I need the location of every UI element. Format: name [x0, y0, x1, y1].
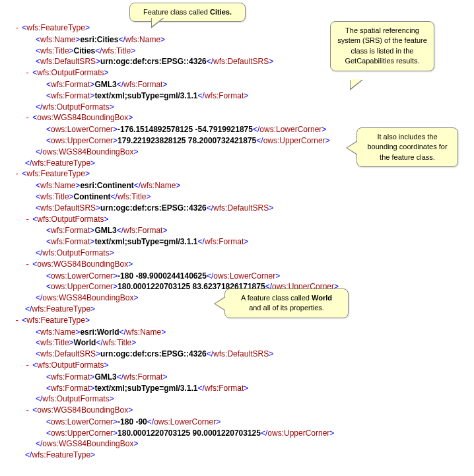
xml-line: <wfs:DefaultSRS>urn:ogc:def:crs:EPSG::43… — [4, 203, 470, 214]
xml-line: <ows:LowerCorner>-180 -90</ows:LowerCorn… — [4, 417, 470, 428]
collapse-toggle[interactable]: - — [15, 316, 22, 325]
xml-line: </wfs:OutputFormats> — [4, 102, 470, 113]
callout-world: A feature class called World and all of … — [224, 289, 349, 318]
callout-bold: Cities. — [210, 8, 232, 16]
xml-line: </wfs:OutputFormats> — [4, 248, 470, 259]
callout-tail — [215, 297, 226, 310]
collapse-toggle[interactable]: - — [15, 170, 22, 179]
xml-line: </wfs:FeatureType> — [4, 450, 470, 461]
collapse-toggle[interactable]: - — [25, 114, 32, 123]
xml-line: <wfs:DefaultSRS>urn:ogc:def:crs:EPSG::43… — [4, 349, 470, 360]
callout-tail — [347, 141, 358, 154]
xml-line: <wfs:Title>World</wfs:Title> — [4, 337, 470, 349]
callout-tail — [351, 79, 362, 88]
xml-line: <wfs:Format>text/xml;subType=gml/3.1.1</… — [4, 90, 470, 102]
xml-line: <wfs:Format>GML3</wfs:Format> — [4, 372, 470, 383]
xml-line: <ows:UpperCorner>180.0001220703125 90.00… — [4, 428, 470, 439]
xml-line: <wfs:Format>text/xml;subType=gml/3.1.1</… — [4, 236, 470, 248]
collapse-toggle[interactable]: - — [25, 361, 32, 370]
xml-line: </ows:WGS84BoundingBox> — [4, 438, 470, 450]
collapse-toggle[interactable]: - — [25, 260, 32, 269]
xml-line: -<wfs:OutputFormats> — [4, 214, 470, 226]
xml-line: -<wfs:FeatureType> — [4, 168, 470, 180]
callout-bold: World — [312, 294, 332, 302]
xml-line: -<ows:WGS84BoundingBox> — [4, 405, 470, 417]
callout-text: and all of its properties. — [249, 304, 324, 312]
xml-line: <wfs:Name>esri:Continent</wfs:Name> — [4, 180, 470, 191]
collapse-toggle[interactable]: - — [15, 24, 22, 33]
callout-tail — [152, 17, 164, 26]
xml-line: <wfs:Title>Continent</wfs:Title> — [4, 191, 470, 203]
xml-line: <wfs:Format>GML3</wfs:Format> — [4, 225, 470, 236]
callout-srs: The spatial referencing system (SRS) of … — [330, 21, 434, 71]
callout-bbox: It also includes the bounding coordinate… — [356, 127, 458, 167]
collapse-toggle[interactable]: - — [25, 215, 32, 224]
collapse-toggle[interactable]: - — [25, 69, 32, 78]
xml-line: </wfs:OutputFormats> — [4, 393, 470, 405]
callout-text: A feature class called — [241, 294, 312, 302]
xml-line: <wfs:Format>GML3</wfs:Format> — [4, 79, 470, 90]
callout-cities: Feature class called Cities. — [129, 3, 246, 22]
callout-text: It also includes the bounding coordinate… — [367, 133, 447, 161]
xml-line: -<ows:WGS84BoundingBox> — [4, 259, 470, 271]
collapse-toggle[interactable]: - — [25, 406, 32, 415]
callout-text: The spatial referencing system (SRS) of … — [337, 26, 427, 65]
xml-line: <wfs:Format>text/xml;subType=gml/3.1.1</… — [4, 383, 470, 394]
xml-line: <wfs:Name>esri:World</wfs:Name> — [4, 327, 470, 338]
xml-line: -<ows:WGS84BoundingBox> — [4, 112, 470, 124]
xml-line: -<wfs:OutputFormats> — [4, 360, 470, 372]
callout-text: Feature class called — [143, 8, 210, 16]
xml-line: <ows:LowerCorner>-180 -89.9000244140625<… — [4, 271, 470, 282]
